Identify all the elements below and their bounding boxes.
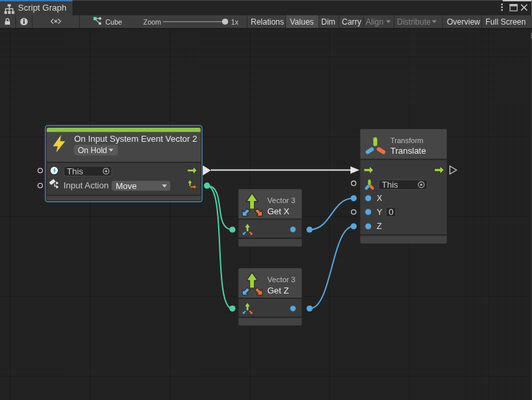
svg-text:On Hold: On Hold [78,146,107,155]
svg-text:This: This [67,166,84,176]
svg-text:This: This [382,180,398,190]
svg-text:On Input System Event Vector 2: On Input System Event Vector 2 [74,134,198,144]
svg-text:Input Action: Input Action [64,180,109,190]
svg-text:Vector 3: Vector 3 [267,196,295,204]
svg-text:Y: Y [377,208,383,217]
svg-text:Get X: Get X [267,206,290,216]
svg-text:Move: Move [116,181,137,191]
svg-text:Translate: Translate [390,146,426,156]
svg-text:Z: Z [377,222,382,231]
svg-text:Get Z: Get Z [267,286,289,296]
svg-text:0: 0 [389,207,394,217]
svg-text:Transform: Transform [390,136,424,144]
svg-text:Vector 3: Vector 3 [267,276,295,284]
svg-text:X: X [377,194,383,203]
